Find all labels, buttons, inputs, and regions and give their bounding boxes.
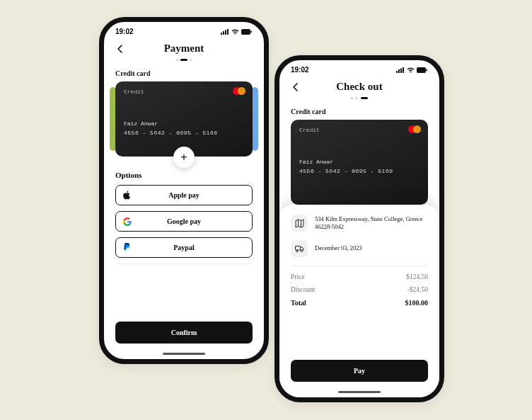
card-label: Credit: [124, 89, 244, 95]
divider: [291, 266, 428, 266]
card-display: Credit Faiz Anwar 4556 - 5642 - 0695 - 5…: [279, 120, 439, 203]
svg-point-13: [296, 250, 297, 251]
date-text: December 03, 2023: [315, 244, 362, 252]
wifi-icon: [231, 29, 239, 35]
mastercard-icon: [408, 125, 421, 133]
section-credit-card: Credit card: [279, 99, 439, 120]
signal-icon: [221, 29, 229, 35]
paypal-button[interactable]: Paypal: [115, 237, 253, 258]
total-label: Total: [291, 299, 306, 307]
apple-icon: [123, 191, 131, 200]
card-number: 4556 - 5642 - 0695 - 5168: [299, 168, 420, 174]
card-label: Credit: [299, 127, 420, 133]
price-value: $124.50: [406, 273, 428, 280]
truck-icon: [291, 240, 308, 257]
back-icon[interactable]: [291, 82, 301, 95]
credit-card[interactable]: Credit Faiz Anwar 4556 - 5642 - 0695 - 5…: [115, 81, 253, 157]
divider: [115, 263, 253, 264]
price-row: Price $124.50: [291, 273, 428, 280]
page-title: Check out: [336, 81, 382, 93]
address-row[interactable]: 534 Kihn Expressway, State College, Gree…: [291, 215, 428, 232]
svg-rect-9: [403, 67, 404, 73]
status-time: 19:02: [115, 28, 134, 35]
svg-rect-11: [427, 69, 428, 71]
google-pay-button[interactable]: Google pay: [115, 211, 253, 232]
battery-icon: [241, 29, 253, 35]
apple-pay-button[interactable]: Apple pay: [115, 185, 253, 205]
status-icons: [221, 29, 253, 35]
header: Payment: [104, 38, 264, 56]
home-indicator: [338, 391, 381, 393]
svg-rect-7: [398, 69, 400, 73]
pay-button[interactable]: Pay: [291, 360, 428, 382]
svg-rect-3: [227, 29, 229, 35]
back-icon[interactable]: [115, 44, 125, 57]
google-pay-label: Google pay: [167, 217, 201, 225]
phone-payment: 19:02 Payment Credit card Credit Faiz An…: [99, 17, 269, 364]
discount-label: Discount: [291, 286, 315, 293]
svg-rect-1: [223, 31, 224, 35]
options-title: Options: [115, 171, 253, 179]
card-number: 4556 - 5642 - 0695 - 5168: [124, 130, 244, 136]
confirm-button[interactable]: Confirm: [115, 322, 253, 344]
page-title: Payment: [164, 42, 204, 55]
address-text: 534 Kihn Expressway, State College, Gree…: [315, 215, 428, 232]
options-section: Options Apple pay Google pay Paypal: [104, 158, 264, 276]
apple-pay-label: Apple pay: [168, 191, 200, 199]
status-time: 19:02: [291, 66, 309, 74]
signal-icon: [396, 67, 405, 73]
svg-rect-5: [251, 30, 253, 33]
svg-rect-6: [396, 71, 398, 73]
svg-rect-8: [400, 68, 402, 73]
price-label: Price: [291, 273, 305, 280]
svg-rect-2: [225, 30, 226, 35]
status-bar: 19:02: [104, 22, 264, 38]
mastercard-icon: [233, 87, 245, 95]
paypal-icon: [123, 243, 131, 252]
card-holder-name: Faiz Anwar: [124, 120, 244, 127]
total-row: Total $100.00: [291, 299, 428, 307]
card-holder-name: Faiz Anwar: [299, 159, 420, 165]
status-bar: 19:02: [279, 60, 439, 76]
card-carousel[interactable]: Credit Faiz Anwar 4556 - 5642 - 0695 - 5…: [104, 81, 264, 158]
phone-checkout: 19:02 Check out Credit card Credit Faiz …: [274, 55, 444, 402]
checkout-sheet: 534 Kihn Expressway, State College, Gree…: [279, 205, 439, 397]
status-icons: [396, 67, 428, 73]
battery-icon: [417, 67, 428, 73]
discount-row: Discount -$24.50: [291, 286, 428, 293]
wifi-icon: [407, 67, 415, 73]
section-credit-card: Credit card: [104, 61, 264, 81]
discount-value: -$24.50: [407, 286, 428, 293]
add-card-button[interactable]: +: [173, 147, 195, 168]
total-value: $100.00: [405, 299, 429, 307]
credit-card: Credit Faiz Anwar 4556 - 5642 - 0695 - 5…: [291, 120, 428, 205]
map-icon: [291, 215, 308, 232]
svg-rect-4: [241, 29, 250, 35]
svg-rect-12: [295, 246, 300, 250]
google-icon: [123, 217, 132, 226]
home-indicator: [163, 353, 205, 355]
svg-rect-0: [221, 33, 222, 35]
svg-rect-10: [417, 67, 426, 73]
header: Check out: [279, 76, 439, 94]
svg-point-14: [301, 250, 302, 251]
date-row[interactable]: December 03, 2023: [291, 240, 428, 257]
paypal-label: Paypal: [173, 244, 194, 251]
